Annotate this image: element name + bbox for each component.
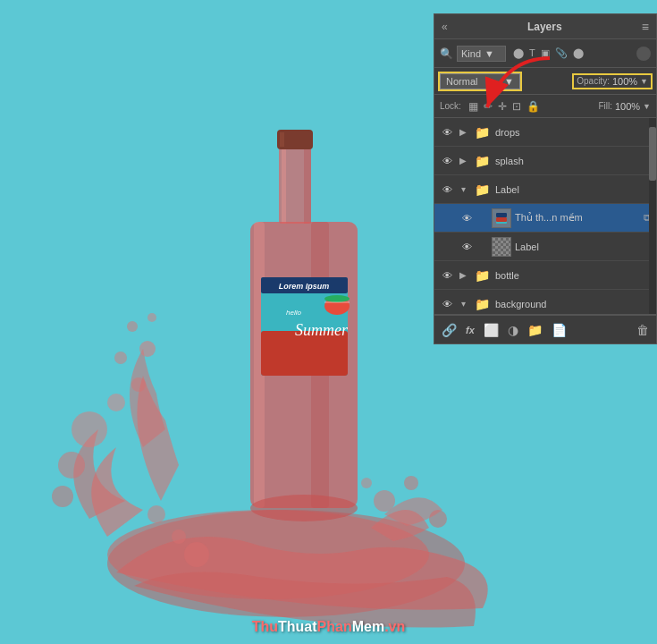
delete-layer-icon[interactable]: 🗑 <box>636 323 649 337</box>
opacity-group: Opacity: 100% ▼ <box>574 75 651 88</box>
shape-filter-icon[interactable]: 📎 <box>555 47 568 59</box>
layer-item-background[interactable]: 👁 ▾ 📁 background <box>434 290 656 315</box>
fill-group: Fill: 100% ▼ <box>598 101 651 112</box>
svg-point-33 <box>139 341 156 357</box>
svg-rect-39 <box>496 217 507 222</box>
panel-header: « Layers ≡ <box>434 14 656 39</box>
fill-adjustment-icon[interactable]: ◑ <box>508 323 518 337</box>
svg-text:hello: hello <box>286 309 301 317</box>
pixel-filter-icon[interactable]: ⬤ <box>513 47 524 59</box>
layer-item-label-group[interactable]: 👁 ▾ 📁 Label <box>434 175 656 204</box>
watermark-mem: Mem <box>352 619 384 634</box>
layer-visibility-bottle[interactable]: 👁 <box>440 270 454 281</box>
svg-point-35 <box>147 313 156 322</box>
layers-scrollbar[interactable] <box>649 118 656 314</box>
svg-text:Summer: Summer <box>295 321 349 339</box>
layer-expand-drops[interactable]: ▶ <box>458 127 468 137</box>
link-layers-icon[interactable]: 🔗 <box>442 323 457 337</box>
layer-thumb-splash: 📁 <box>472 151 492 171</box>
lock-icons: ▦ ✏ ✛ ⊡ 🔒 <box>468 100 540 113</box>
lock-position-icon[interactable]: ✏ <box>484 100 493 113</box>
svg-point-30 <box>184 542 209 567</box>
layer-name-splash: splash <box>495 156 651 166</box>
layer-thumb-label-group: 📁 <box>472 180 492 199</box>
layer-expand-label-group[interactable]: ▾ <box>458 184 468 194</box>
layer-thumb-smart-obj <box>492 208 511 228</box>
filter-toggle[interactable] <box>636 47 651 61</box>
blend-row: Normal ▼ Opacity: 100% ▼ <box>434 68 656 95</box>
layer-name-drops: drops <box>495 127 651 138</box>
svg-point-6 <box>58 452 85 479</box>
layer-expand-background[interactable]: ▾ <box>458 299 468 309</box>
layer-visibility-label-pattern[interactable]: 👁 <box>459 242 474 252</box>
layer-expand-splash[interactable]: ▶ <box>458 156 468 165</box>
lock-row: Lock: ▦ ✏ ✛ ⊡ 🔒 Fill: 100% ▼ <box>434 95 656 118</box>
watermark-thu: Thu <box>252 619 278 634</box>
layer-visibility-background[interactable]: 👁 <box>440 299 454 309</box>
layer-visibility-splash[interactable]: 👁 <box>440 156 454 166</box>
fill-label: Fill: <box>598 101 612 111</box>
svg-point-3 <box>72 411 107 447</box>
kind-label: Kind <box>461 48 481 59</box>
opacity-value[interactable]: 100% <box>612 76 637 87</box>
layer-visibility-label-group[interactable]: 👁 <box>440 184 454 195</box>
lock-label: Lock: <box>440 101 461 111</box>
panel-title: Layers <box>527 21 562 33</box>
svg-point-34 <box>127 321 138 332</box>
kind-dropdown-arrow: ▼ <box>484 48 494 59</box>
layer-item-drops[interactable]: 👁 ▶ 📁 drops <box>434 118 656 147</box>
svg-point-28 <box>361 478 372 488</box>
layer-thumb-label-pattern <box>492 237 511 257</box>
watermark-text: ThuThuatPhanMem.vn <box>252 619 406 635</box>
scrollbar-thumb[interactable] <box>649 127 656 181</box>
layer-item-bottle[interactable]: 👁 ▶ 📁 bottle <box>434 261 656 290</box>
layer-name-background: background <box>495 299 651 309</box>
svg-rect-9 <box>282 148 286 224</box>
layer-name-bottle: bottle <box>495 270 651 281</box>
fx-icon[interactable]: fx <box>466 325 475 335</box>
watermark-vn: .vn <box>384 619 405 634</box>
layer-item-splash[interactable]: 👁 ▶ 📁 splash <box>434 147 656 175</box>
kind-bar: 🔍 Kind ▼ ⬤ T ▣ 📎 ⬤ <box>434 39 656 68</box>
kind-icons: ⬤ T ▣ 📎 ⬤ <box>513 47 584 59</box>
blend-mode-dropdown[interactable]: Normal ▼ <box>440 73 520 89</box>
svg-point-32 <box>147 505 165 523</box>
layer-item-label-pattern[interactable]: 👁 Label <box>434 233 656 261</box>
layer-expand-bottle[interactable]: ▶ <box>458 270 468 280</box>
panel-menu-icon[interactable]: ≡ <box>642 20 649 34</box>
kind-dropdown[interactable]: Kind ▼ <box>457 46 506 62</box>
type-filter-icon[interactable]: ▣ <box>541 47 550 59</box>
fill-value[interactable]: 100% <box>615 101 640 112</box>
layers-list: 👁 ▶ 📁 drops 👁 ▶ 📁 splash 👁 ▾ 📁 Label 👁 <box>434 118 656 315</box>
layer-item-smart-obj[interactable]: 👁 Thủ th...n mềm ⧉ <box>434 204 656 233</box>
new-group-icon[interactable]: 📁 <box>527 323 543 337</box>
lock-move-icon[interactable]: ✛ <box>498 100 507 113</box>
layer-name-label-group: Label <box>495 184 651 195</box>
blend-mode-value: Normal <box>446 76 477 87</box>
lock-pixel-icon[interactable]: ▦ <box>468 100 478 113</box>
svg-point-4 <box>107 394 125 411</box>
layers-panel: « Layers ≡ 🔍 Kind ▼ ⬤ T ▣ 📎 ⬤ Normal ▼ O… <box>434 13 657 344</box>
layer-thumb-drops: 📁 <box>472 123 492 142</box>
opacity-arrow[interactable]: ▼ <box>640 77 648 86</box>
lock-all-icon[interactable]: 🔒 <box>526 100 540 113</box>
layer-visibility-drops[interactable]: 👁 <box>440 127 454 138</box>
svg-rect-10 <box>304 148 311 224</box>
svg-rect-12 <box>280 132 284 147</box>
layers-toolbar: 🔗 fx ⬜ ◑ 📁 📄 🗑 <box>434 315 656 343</box>
svg-rect-40 <box>496 213 507 217</box>
new-layer-icon[interactable]: 📄 <box>552 323 567 337</box>
layer-visibility-smart-obj[interactable]: 👁 <box>459 213 474 224</box>
add-mask-icon[interactable]: ⬜ <box>484 323 499 337</box>
panel-collapse-icon[interactable]: « <box>442 21 448 33</box>
svg-point-27 <box>404 476 418 490</box>
svg-point-24 <box>324 295 350 302</box>
fill-arrow[interactable]: ▼ <box>643 102 651 111</box>
smart-filter-icon[interactable]: ⬤ <box>573 47 584 59</box>
svg-point-16 <box>250 495 358 521</box>
blend-dropdown-arrow: ▼ <box>504 76 514 87</box>
lock-artboard-icon[interactable]: ⊡ <box>512 100 521 113</box>
adjustment-filter-icon[interactable]: T <box>529 47 535 59</box>
svg-text:Lorem Ipsum: Lorem Ipsum <box>279 282 330 291</box>
layer-thumb-background: 📁 <box>472 294 492 314</box>
